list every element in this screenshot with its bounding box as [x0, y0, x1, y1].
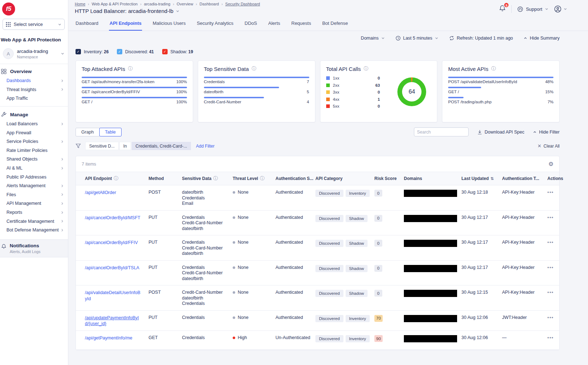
- tab-alerts[interactable]: Alerts: [268, 17, 281, 31]
- sidebar-item-label: API Management: [6, 201, 41, 206]
- sidebar-item-alerts-management[interactable]: Alerts Management: [0, 181, 68, 190]
- api-endpoint-link[interactable]: /api/cancelOrderById/TSLA: [85, 265, 139, 270]
- threat-level-dot: [233, 337, 235, 339]
- row-actions-button[interactable]: •••: [547, 240, 562, 257]
- sidebar-item-api-management[interactable]: API Management: [0, 199, 68, 208]
- bar-item: Credentials7: [204, 77, 309, 84]
- checkbox-checked-icon[interactable]: ✓: [76, 49, 81, 54]
- table-settings-gear-icon[interactable]: ⚙: [548, 161, 553, 167]
- account-menu[interactable]: [554, 5, 567, 13]
- api-endpoint-link[interactable]: /api/updatePaymentInfoById/{user_id}: [85, 315, 139, 326]
- sidebar-item-load-balancers[interactable]: Load Balancers: [0, 120, 68, 129]
- sort-icon[interactable]: ⇅: [491, 176, 494, 181]
- chevron-right-icon: [61, 220, 64, 223]
- namespace-type-label: Namespace: [17, 55, 48, 59]
- time-range-dropdown[interactable]: Last 5 minutes: [396, 36, 438, 41]
- notifications-bell-button[interactable]: 5: [499, 5, 506, 13]
- sidebar-item-app-traffic[interactable]: App Traffic: [0, 94, 68, 103]
- tab-dashboard[interactable]: Dashboard: [75, 17, 99, 31]
- sidebar-item-label: Shared Objects: [6, 157, 37, 162]
- refresh-button[interactable]: Refresh: Updated 1 min ago: [449, 36, 513, 41]
- api-endpoint-link[interactable]: /api/cancelOrderById/FFIV: [85, 240, 138, 245]
- hide-summary-button[interactable]: Hide Summary: [524, 36, 560, 41]
- row-actions-button[interactable]: •••: [547, 215, 562, 232]
- api-endpoint-link[interactable]: /api/cancelOrderById/MSFT: [85, 215, 140, 220]
- filter-operator-pill[interactable]: In: [119, 142, 131, 150]
- info-icon: ⓘ: [364, 66, 368, 72]
- support-menu[interactable]: Support: [517, 6, 548, 12]
- graph-view-button[interactable]: Graph: [76, 128, 100, 136]
- filter-checkbox-shadow[interactable]: ✓Shadow:19: [162, 49, 193, 54]
- category-badge: Discovered: [315, 290, 343, 297]
- filter-value-pill[interactable]: Credentials, Credit-Card-...: [132, 142, 191, 150]
- hide-filter-button[interactable]: Hide Filter: [533, 130, 560, 135]
- tab-malicious-users[interactable]: Malicious Users: [152, 17, 186, 31]
- api-endpoint-link[interactable]: /api/validateDetailUserInfoById: [85, 290, 140, 301]
- sidebar-item-certificate-management[interactable]: Certificate Management: [0, 217, 68, 226]
- bar-value: 15%: [545, 90, 553, 94]
- sidebar-item-files[interactable]: Files: [0, 190, 68, 199]
- sidebar-item-public-ip-addresses[interactable]: Public IP Addresses: [0, 172, 68, 181]
- sidebar-item-app-firewall[interactable]: App Firewall: [0, 128, 68, 137]
- sidebar-item-notifications[interactable]: Notifications Alerts, Audit Logs: [0, 239, 68, 257]
- sidebar-item-rate-limiter-policies[interactable]: Rate Limiter Policies: [0, 146, 68, 155]
- sidebar-item-reports[interactable]: Reports: [0, 208, 68, 217]
- breadcrumb-separator: ›: [140, 2, 142, 6]
- tab-requests[interactable]: Requests: [291, 17, 312, 31]
- sidebar-item-dashboards[interactable]: Dashboards: [0, 76, 68, 85]
- search-input[interactable]: [414, 127, 469, 136]
- table-header-row: API EndpointⓘMethodSensitive DataⓘThreat…: [76, 172, 559, 185]
- checkbox-checked-icon[interactable]: ✓: [162, 49, 168, 54]
- bar-label: Credit-Card-Number: [204, 100, 241, 104]
- namespace-avatar: A: [3, 48, 14, 59]
- table-view-button[interactable]: Table: [99, 128, 122, 136]
- tab-ddos[interactable]: DDoS: [244, 17, 258, 31]
- namespace-selector[interactable]: A arcadia-trading Namespace: [3, 48, 64, 59]
- api-endpoint-link[interactable]: /api/getPaymentInfo/me: [85, 335, 132, 341]
- sidebar-item-bot-defense-management[interactable]: Bot Defense Management: [0, 226, 68, 235]
- row-actions-button[interactable]: •••: [547, 335, 562, 346]
- risk-score-badge: 90: [374, 335, 383, 342]
- select-service-dropdown[interactable]: Select service: [3, 19, 65, 30]
- bar-value: 7%: [547, 100, 553, 104]
- breadcrumb-item[interactable]: arcadia-trading: [144, 2, 170, 6]
- row-actions-button[interactable]: •••: [547, 290, 562, 307]
- checkbox-checked-icon[interactable]: ✓: [117, 49, 122, 54]
- sidebar-item-service-policies[interactable]: Service Policies: [0, 137, 68, 146]
- card-top-attacked-apis: Top Attacked APIsⓘ GET /api/auth/money-t…: [76, 60, 193, 122]
- breadcrumb-item[interactable]: Web App & API Protection: [92, 2, 138, 6]
- table-row: /api/cancelOrderById/FFIVPUTCredentialsC…: [76, 235, 559, 261]
- api-endpoint-link[interactable]: /api/getAllOrder: [85, 190, 116, 195]
- sidebar-item-ai-ml[interactable]: AI & ML: [0, 164, 68, 173]
- view-toggle: Graph Table: [76, 128, 122, 136]
- sidebar-item-threat-insights[interactable]: Threat Insights: [0, 85, 68, 94]
- row-actions-button[interactable]: •••: [547, 315, 562, 327]
- breadcrumb-item[interactable]: Overview: [177, 2, 193, 6]
- legend-swatch: [326, 98, 330, 101]
- chevron-up-icon: [524, 36, 527, 40]
- tab-api-endpoints[interactable]: API Endpoints: [109, 17, 142, 31]
- breadcrumb-item[interactable]: Dashboard: [200, 2, 219, 6]
- row-actions-button[interactable]: •••: [547, 190, 562, 207]
- clear-all-button[interactable]: ✕ Clear All: [537, 143, 560, 149]
- breadcrumb-item[interactable]: Security Dashboard: [225, 2, 260, 6]
- bar-item: dateofbirth5: [204, 87, 309, 94]
- legend-value: 63: [375, 83, 380, 87]
- domains-dropdown[interactable]: Domains: [361, 36, 384, 41]
- risk-score-badge: 0: [374, 190, 382, 197]
- filter-checkbox-inventory[interactable]: ✓Inventory:26: [76, 49, 109, 54]
- api-category-cell: DiscoveredShadow: [315, 265, 374, 282]
- sidebar-item-shared-objects[interactable]: Shared Objects: [0, 155, 68, 164]
- tab-security-analytics[interactable]: Security Analytics: [196, 17, 234, 31]
- row-actions-button[interactable]: •••: [547, 265, 562, 282]
- tab-bot-defense[interactable]: Bot Defense: [322, 17, 349, 31]
- breadcrumb-item[interactable]: Home: [75, 2, 85, 6]
- download-api-spec-button[interactable]: Download API Spec: [477, 130, 525, 135]
- category-badge: Shadow: [346, 240, 368, 247]
- api-category-cell: DiscoveredShadow: [315, 290, 374, 307]
- filter-field-pill[interactable]: Sensitive D...: [85, 142, 119, 150]
- filter-checkbox-discovered[interactable]: ✓Discovered:41: [117, 49, 154, 54]
- column-header-last-updated[interactable]: Last Updated⇅: [461, 175, 502, 182]
- page-title[interactable]: HTTP Load Balancer: arcadia-frontend-lb: [75, 8, 260, 14]
- add-filter-button[interactable]: Add Filter: [196, 144, 214, 149]
